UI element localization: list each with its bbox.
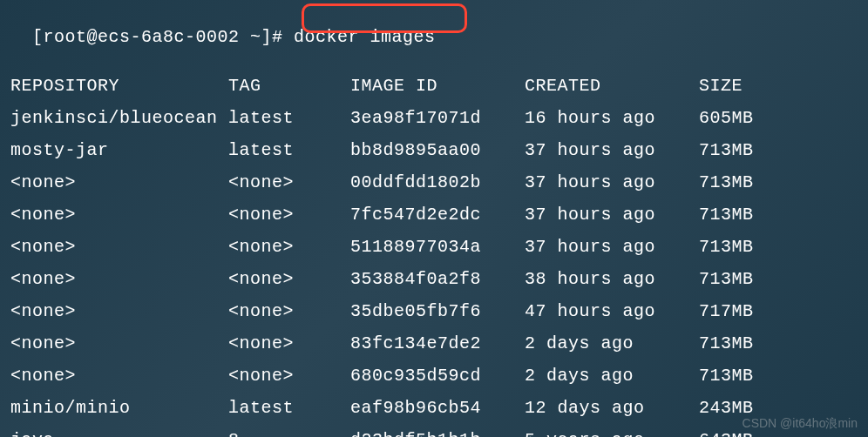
cell-repository: minio/minio [10, 398, 228, 418]
cell-created: 2 days ago [525, 333, 699, 353]
cell-repository: <none> [10, 172, 228, 192]
cell-created: 37 hours ago [525, 237, 699, 257]
cell-repository: <none> [10, 205, 228, 225]
cell-tag: 8 [228, 430, 350, 437]
cell-repository: <none> [10, 333, 228, 353]
cell-tag: <none> [228, 301, 350, 321]
cell-repository: <none> [10, 366, 228, 386]
table-row: <none><none>353884f0a2f838 hours ago713M… [10, 269, 858, 289]
header-image-id: IMAGE ID [350, 76, 525, 96]
cell-repository: <none> [10, 237, 228, 257]
prompt-text: [root@ecs-6a8c-0002 ~]# docker images [32, 27, 436, 47]
cell-image-id: 83fc134e7de2 [350, 333, 525, 353]
table-row: <none><none>35dbe05fb7f647 hours ago717M… [10, 301, 858, 321]
cell-repository: mosty-jar [10, 140, 228, 160]
cell-created: 37 hours ago [525, 172, 699, 192]
cell-size: 713MB [699, 205, 786, 225]
cell-repository: <none> [10, 269, 228, 289]
header-created: CREATED [525, 76, 699, 96]
cell-size: 713MB [699, 172, 786, 192]
cell-repository: jenkinsci/blueocean [10, 108, 228, 128]
table-row: <none><none>83fc134e7de22 days ago713MB [10, 333, 858, 353]
cell-repository: java [10, 430, 228, 437]
header-size: SIZE [699, 76, 786, 96]
header-repository: REPOSITORY [10, 76, 228, 96]
cell-tag: latest [228, 140, 350, 160]
table-row: mosty-jarlatestbb8d9895aa0037 hours ago7… [10, 140, 858, 160]
cell-created: 12 days ago [525, 398, 699, 418]
terminal-prompt[interactable]: [root@ecs-6a8c-0002 ~]# docker images [10, 7, 858, 67]
cell-created: 38 hours ago [525, 269, 699, 289]
cell-repository: <none> [10, 301, 228, 321]
cell-created: 16 hours ago [525, 108, 699, 128]
cell-image-id: d23bdf5b1b1b [350, 430, 525, 437]
cell-created: 5 years ago [525, 430, 699, 437]
cell-tag: latest [228, 398, 350, 418]
table-header-row: REPOSITORY TAG IMAGE ID CREATED SIZE [10, 76, 858, 96]
cell-size: 713MB [699, 140, 786, 160]
cell-image-id: 35dbe05fb7f6 [350, 301, 525, 321]
cell-size: 713MB [699, 269, 786, 289]
cell-image-id: 680c935d59cd [350, 366, 525, 386]
cell-image-id: 00ddfdd1802b [350, 172, 525, 192]
cell-tag: <none> [228, 205, 350, 225]
cell-tag: <none> [228, 172, 350, 192]
cell-size: 713MB [699, 237, 786, 257]
cell-image-id: 3ea98f17071d [350, 108, 525, 128]
cell-tag: <none> [228, 333, 350, 353]
watermark-text: CSDN @it64ho浪min [743, 416, 858, 432]
cell-image-id: bb8d9895aa00 [350, 140, 525, 160]
table-row: <none><none>51188977034a37 hours ago713M… [10, 237, 858, 257]
cell-size: 717MB [699, 301, 786, 321]
table-row: minio/miniolatesteaf98b96cb5412 days ago… [10, 398, 858, 418]
table-row: jenkinsci/blueoceanlatest3ea98f17071d16 … [10, 108, 858, 128]
cell-size: 713MB [699, 366, 786, 386]
cell-size: 713MB [699, 333, 786, 353]
table-row: <none><none>7fc547d2e2dc37 hours ago713M… [10, 205, 858, 225]
cell-tag: latest [228, 108, 350, 128]
cell-created: 47 hours ago [525, 301, 699, 321]
cell-created: 2 days ago [525, 366, 699, 386]
cell-created: 37 hours ago [525, 140, 699, 160]
cell-size: 243MB [699, 398, 786, 418]
cell-tag: <none> [228, 366, 350, 386]
cell-created: 37 hours ago [525, 205, 699, 225]
cell-tag: <none> [228, 269, 350, 289]
cell-image-id: 353884f0a2f8 [350, 269, 525, 289]
cell-image-id: eaf98b96cb54 [350, 398, 525, 418]
docker-images-table: REPOSITORY TAG IMAGE ID CREATED SIZE jen… [10, 76, 858, 437]
cell-size: 605MB [699, 108, 786, 128]
table-row: java8d23bdf5b1b1b5 years ago643MB [10, 430, 858, 437]
cell-image-id: 51188977034a [350, 237, 525, 257]
table-row: <none><none>00ddfdd1802b37 hours ago713M… [10, 172, 858, 192]
cell-tag: <none> [228, 237, 350, 257]
cell-image-id: 7fc547d2e2dc [350, 205, 525, 225]
header-tag: TAG [228, 76, 350, 96]
table-row: <none><none>680c935d59cd2 days ago713MB [10, 366, 858, 386]
